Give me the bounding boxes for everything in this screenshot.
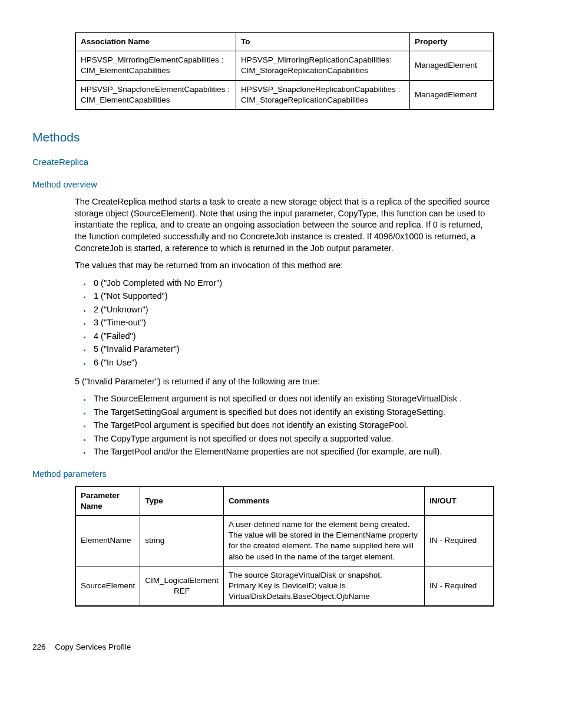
return-values-list: 0 ("Job Completed with No Error") 1 ("No…	[75, 278, 494, 369]
table-row: HPSVSP_MirroringElementCapabilities : CI…	[75, 51, 494, 80]
params-header-type: Type	[140, 486, 224, 515]
list-item: The TargetSettingGoal argument is specif…	[91, 407, 494, 419]
table-row: HPSVSP_SnapcloneElementCapabilities : CI…	[75, 80, 494, 110]
params-header-comments: Comments	[223, 486, 424, 515]
invalid-conditions-list: The SourceElement argument is not specif…	[75, 393, 494, 458]
list-item: 6 ("In Use")	[91, 357, 494, 369]
association-table: Association Name To Property HPSVSP_Mirr…	[75, 32, 494, 110]
assoc-cell: HPSVSP_SnapcloneReplicationCapabilities …	[236, 80, 410, 110]
assoc-header-to: To	[236, 33, 410, 51]
list-item: The TargetPool argument is specified but…	[91, 420, 494, 431]
methods-heading: Methods	[32, 129, 494, 146]
list-item: The CopyType argument is not specified o…	[91, 433, 494, 445]
list-item: 2 ("Unknown")	[91, 304, 494, 316]
params-cell: CIM_LogicalElement REF	[140, 566, 224, 606]
overview-paragraph: The CreateReplica method starts a task t…	[75, 196, 494, 254]
overview-paragraph: 5 ("Invalid Parameter") is returned if a…	[75, 376, 494, 388]
assoc-header-property: Property	[410, 33, 494, 51]
params-cell: SourceElement	[75, 566, 140, 606]
params-cell: IN - Required	[425, 515, 494, 566]
list-item: 4 ("Failed")	[91, 331, 494, 342]
list-item: 0 ("Job Completed with No Error")	[91, 278, 494, 289]
list-item: 5 ("Invalid Parameter")	[91, 344, 494, 355]
params-cell: IN - Required	[425, 566, 494, 606]
assoc-header-name: Association Name	[75, 33, 236, 51]
list-item: 1 ("Not Supported")	[91, 291, 494, 302]
page-number: 226	[32, 643, 46, 651]
assoc-cell: ManagedElement	[410, 80, 494, 110]
parameters-table: Parameter Name Type Comments IN/OUT Elem…	[75, 486, 494, 607]
assoc-cell: HPSVSP_SnapcloneElementCapabilities : CI…	[75, 80, 236, 110]
table-row: ElementName string A user-defined name f…	[75, 515, 494, 566]
table-row: SourceElement CIM_LogicalElement REF The…	[75, 566, 494, 606]
create-replica-heading: CreateReplica	[32, 156, 494, 168]
list-item: The SourceElement argument is not specif…	[91, 393, 494, 405]
assoc-cell: ManagedElement	[410, 51, 494, 80]
overview-body: The CreateReplica method starts a task t…	[75, 196, 494, 458]
page-footer: 226 Copy Services Profile	[32, 642, 494, 653]
params-header-inout: IN/OUT	[425, 486, 494, 515]
assoc-cell: HPSVSP_MirroringReplicationCapabilities:…	[236, 51, 410, 80]
params-cell: string	[140, 515, 224, 566]
method-overview-heading: Method overview	[32, 179, 494, 191]
params-cell: ElementName	[75, 515, 140, 566]
params-header-name: Parameter Name	[75, 486, 140, 515]
list-item: The TargetPool and/or the ElementName pr…	[91, 446, 494, 458]
assoc-cell: HPSVSP_MirroringElementCapabilities : CI…	[75, 51, 236, 80]
params-cell: A user-defined name for the element bein…	[223, 515, 424, 566]
footer-title: Copy Services Profile	[55, 643, 131, 651]
params-cell: The source StorageVirtualDisk or snapsho…	[223, 566, 424, 606]
method-parameters-heading: Method parameters	[32, 469, 494, 480]
overview-paragraph: The values that may be returned from an …	[75, 260, 494, 272]
list-item: 3 ("Time-out")	[91, 317, 494, 329]
